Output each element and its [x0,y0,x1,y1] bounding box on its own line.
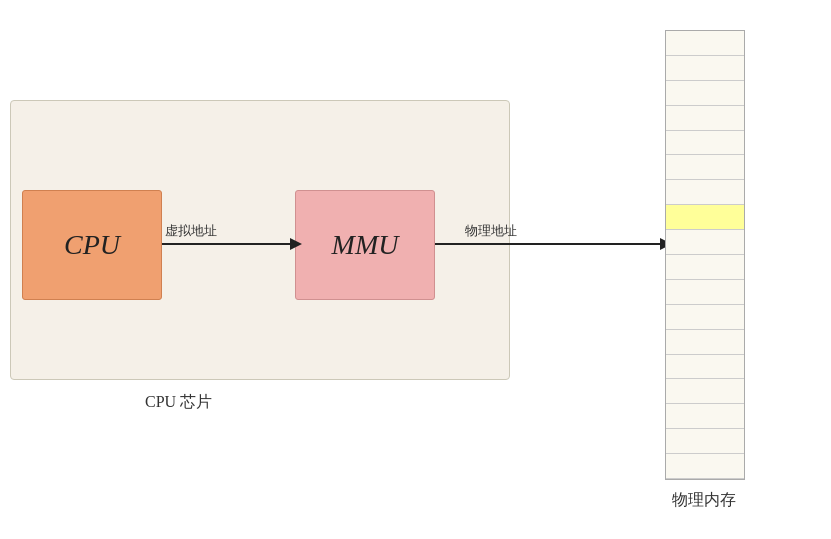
diagram-area: CPU 芯片 CPU MMU 虚拟地址 物理地址 物理内存 [0,0,831,539]
memory-cell [666,404,744,429]
memory-cell [666,56,744,81]
cpu-chip-label: CPU 芯片 [145,392,212,413]
virtual-address-label: 虚拟地址 [165,222,217,240]
memory-cell [666,205,744,230]
physical-address-label: 物理地址 [465,222,517,240]
memory-cell [666,180,744,205]
cpu-box: CPU [22,190,162,300]
memory-cell [666,355,744,380]
memory-cell [666,255,744,280]
memory-cell [666,429,744,454]
cpu-label: CPU [64,229,120,261]
memory-cell [666,230,744,255]
mmu-box: MMU [295,190,435,300]
memory-cell [666,330,744,355]
memory-container [665,30,745,480]
memory-cell [666,379,744,404]
memory-cell [666,454,744,479]
mmu-label: MMU [332,229,399,261]
memory-cell [666,131,744,156]
memory-label: 物理内存 [672,490,736,511]
memory-cell [666,106,744,131]
memory-cell [666,81,744,106]
memory-cell [666,31,744,56]
memory-cell [666,305,744,330]
memory-cell [666,155,744,180]
memory-cell [666,280,744,305]
